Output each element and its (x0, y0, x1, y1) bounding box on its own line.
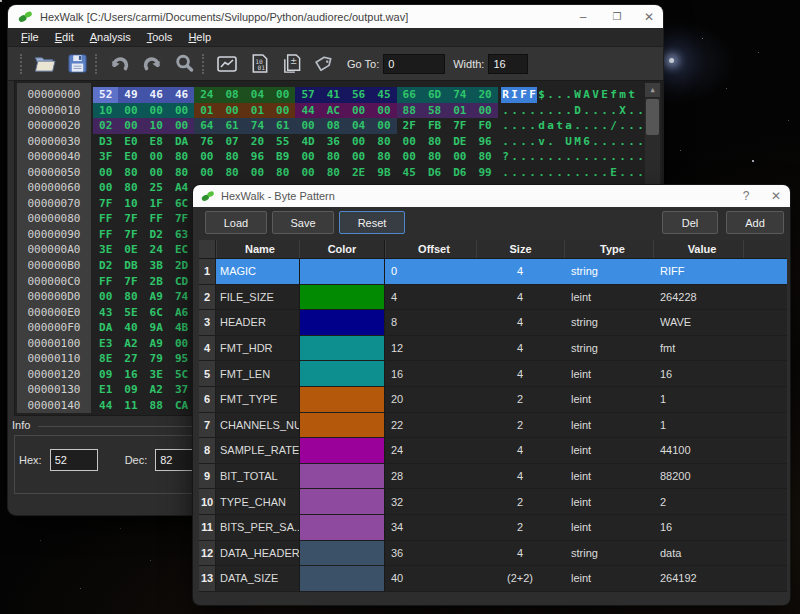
hex-byte[interactable]: 00 (93, 289, 118, 305)
hex-byte[interactable]: 00 (270, 87, 295, 103)
pattern-color-swatch[interactable] (299, 259, 385, 284)
hex-byte[interactable]: 00 (397, 134, 422, 150)
column-header-size[interactable]: Size (476, 240, 564, 258)
dialog-help-button[interactable]: ? (733, 185, 759, 207)
hex-byte[interactable]: 00 (144, 149, 169, 165)
hex-byte[interactable]: 52 (93, 87, 118, 103)
binary-file-button[interactable]: 10 01 (245, 51, 273, 77)
hex-byte[interactable]: 9A (144, 320, 169, 336)
ascii-char[interactable]: . (627, 149, 636, 165)
ascii-char[interactable]: . (573, 149, 582, 165)
ascii-char[interactable]: d (537, 118, 546, 134)
menu-item-analysis[interactable]: Analysis (82, 28, 139, 46)
hex-byte[interactable]: 00 (346, 149, 371, 165)
hex-byte[interactable]: 10 (144, 118, 169, 134)
load-button[interactable]: Load (205, 211, 267, 234)
hex-byte[interactable]: 16 (118, 367, 143, 383)
pattern-row-magic[interactable]: 1MAGIC04stringRIFF (199, 259, 787, 285)
column-header-value[interactable]: Value (653, 240, 743, 258)
hex-byte[interactable]: 00 (397, 149, 422, 165)
hex-byte[interactable]: AC (321, 103, 346, 119)
ascii-char[interactable]: . (519, 103, 528, 119)
ascii-char[interactable]: ? (501, 149, 510, 165)
ascii-char[interactable]: . (501, 103, 510, 119)
ascii-char[interactable]: D (573, 103, 582, 119)
hex-byte[interactable]: 02 (93, 118, 118, 134)
maximize-button[interactable]: ❐ (602, 5, 632, 28)
ascii-char[interactable]: . (618, 118, 627, 134)
ascii-char[interactable]: . (582, 118, 591, 134)
hex-byte[interactable]: A2 (118, 336, 143, 352)
ascii-char[interactable]: . (618, 149, 627, 165)
hex-byte[interactable]: 37 (169, 382, 194, 398)
ascii-char[interactable]: v (537, 134, 546, 150)
main-titlebar[interactable]: HexWalk [C:/Users/carmi/Documents/Svilup… (8, 5, 663, 28)
hex-byte[interactable]: 00 (295, 165, 320, 181)
pattern-row-file-size[interactable]: 2FILE_SIZE44leint264228 (199, 285, 787, 311)
ascii-char[interactable]: . (528, 118, 537, 134)
hex-byte[interactable]: 80 (270, 165, 295, 181)
hex-byte[interactable]: E0 (118, 134, 143, 150)
hex-byte[interactable]: 00 (169, 103, 194, 119)
hex-byte[interactable]: 74 (169, 289, 194, 305)
hex-byte[interactable]: 00 (346, 134, 371, 150)
hex-byte[interactable]: 96 (245, 149, 270, 165)
ascii-char[interactable]: . (600, 165, 609, 181)
ascii-char[interactable]: . (582, 103, 591, 119)
hex-byte[interactable]: 80 (472, 149, 497, 165)
ascii-char[interactable]: R (501, 87, 510, 103)
pattern-row-header[interactable]: 3HEADER84stringWAVE (199, 310, 787, 336)
hex-byte[interactable]: 45 (397, 165, 422, 181)
hex-byte[interactable]: 96 (472, 134, 497, 150)
reset-button[interactable]: Reset (339, 211, 405, 234)
hex-byte[interactable]: DE (447, 134, 472, 150)
ascii-char[interactable]: . (501, 165, 510, 181)
hex-byte[interactable]: 11 (118, 398, 143, 414)
hex-byte[interactable]: DA (93, 320, 118, 336)
ascii-char[interactable]: . (582, 149, 591, 165)
ascii-char[interactable]: . (636, 118, 645, 134)
open-file-button[interactable] (31, 51, 59, 77)
ascii-char[interactable]: . (510, 103, 519, 119)
hex-byte[interactable]: D2 (144, 227, 169, 243)
hex-byte[interactable]: 80 (321, 165, 346, 181)
hex-byte[interactable]: 00 (144, 103, 169, 119)
hex-byte[interactable]: FB (422, 118, 447, 134)
ascii-char[interactable]: . (510, 149, 519, 165)
hex-byte[interactable]: 80 (371, 149, 396, 165)
hex-byte[interactable]: 00 (93, 180, 118, 196)
hex-byte[interactable]: DA (169, 134, 194, 150)
ascii-char[interactable]: . (609, 103, 618, 119)
hex-value-input[interactable] (50, 449, 98, 471)
ascii-char[interactable]: . (591, 165, 600, 181)
hex-byte[interactable]: B9 (270, 149, 295, 165)
ascii-char[interactable]: . (600, 149, 609, 165)
pattern-color-swatch[interactable] (299, 336, 385, 361)
hex-byte[interactable]: 6D (422, 87, 447, 103)
dialog-close-button[interactable]: ✕ (765, 185, 787, 207)
hex-byte[interactable]: 00 (371, 103, 396, 119)
hex-byte[interactable]: 2B (144, 274, 169, 290)
hex-byte[interactable]: 01 (447, 103, 472, 119)
ascii-char[interactable]: . (555, 87, 564, 103)
hex-byte[interactable]: 6C (144, 305, 169, 321)
ascii-char[interactable]: . (537, 165, 546, 181)
hex-byte[interactable]: 00 (219, 103, 244, 119)
toolbar-grip[interactable] (95, 54, 99, 74)
hex-byte[interactable]: 01 (245, 103, 270, 119)
hex-byte[interactable]: 56 (346, 87, 371, 103)
ascii-char[interactable]: U (564, 134, 573, 150)
hex-byte[interactable]: 00 (371, 118, 396, 134)
pattern-row-data-size[interactable]: 13DATA_SIZE40(2+2)leint264192 (199, 566, 787, 592)
hex-byte[interactable]: 00 (245, 165, 270, 181)
hex-byte[interactable]: 7F (118, 227, 143, 243)
pattern-color-swatch[interactable] (299, 489, 385, 514)
hex-byte[interactable]: A9 (144, 289, 169, 305)
ascii-char[interactable]: . (627, 118, 636, 134)
hex-byte[interactable]: 7F (93, 196, 118, 212)
pattern-row-sample-rate[interactable]: 8SAMPLE_RATE244leint44100 (199, 438, 787, 464)
ascii-char[interactable]: A (582, 87, 591, 103)
hex-byte[interactable]: 24 (194, 87, 219, 103)
ascii-char[interactable]: . (555, 165, 564, 181)
menu-item-help[interactable]: Help (180, 28, 219, 46)
